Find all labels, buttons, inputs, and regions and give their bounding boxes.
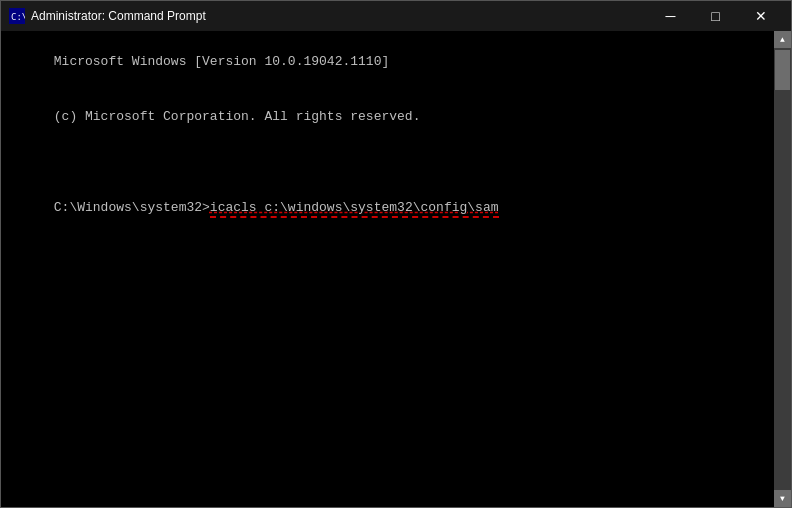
scrollbar-track: ▲ ▼ <box>774 31 791 507</box>
command-container: icacls c:\windows\system32\config\sam <box>210 199 499 217</box>
console-body[interactable]: Microsoft Windows [Version 10.0.19042.11… <box>1 31 791 507</box>
window-title: Administrator: Command Prompt <box>31 9 206 23</box>
copyright-line: (c) Microsoft Corporation. All rights re… <box>54 109 421 124</box>
scrollbar-down-button[interactable]: ▼ <box>774 490 791 507</box>
scrollbar-thumb[interactable] <box>775 50 790 90</box>
version-line: Microsoft Windows [Version 10.0.19042.11… <box>54 54 389 69</box>
window: C:\ Administrator: Command Prompt ─ □ ✕ … <box>0 0 792 508</box>
close-button[interactable]: ✕ <box>738 1 783 31</box>
prompt: C:\Windows\system32> <box>54 200 210 215</box>
title-bar-left: C:\ Administrator: Command Prompt <box>9 8 206 24</box>
title-bar: C:\ Administrator: Command Prompt ─ □ ✕ <box>1 1 791 31</box>
svg-text:C:\: C:\ <box>11 12 25 22</box>
cmd-icon: C:\ <box>9 8 25 24</box>
underline-decoration <box>210 216 499 218</box>
scrollbar-up-button[interactable]: ▲ <box>774 31 791 48</box>
minimize-button[interactable]: ─ <box>648 1 693 31</box>
title-bar-controls: ─ □ ✕ <box>648 1 783 31</box>
command-text: icacls c:\windows\system32\config\sam <box>210 200 499 215</box>
console-output: Microsoft Windows [Version 10.0.19042.11… <box>7 35 785 235</box>
maximize-button[interactable]: □ <box>693 1 738 31</box>
